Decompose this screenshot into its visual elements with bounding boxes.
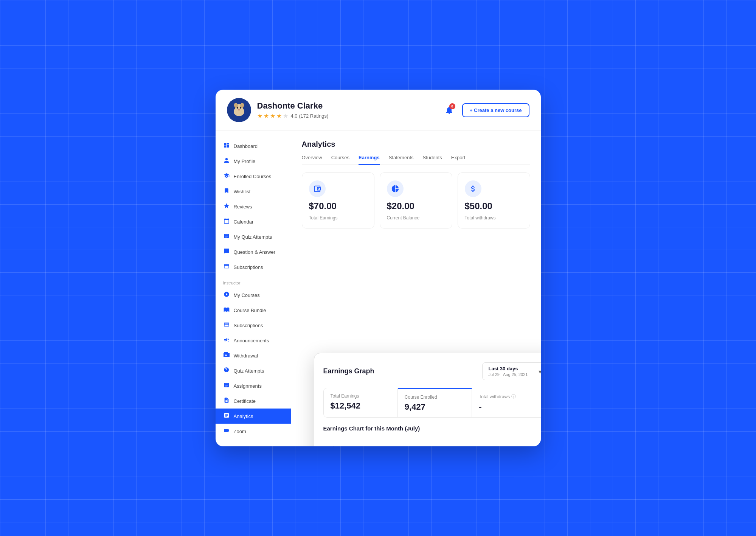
sidebar-item-zoom[interactable]: Zoom (216, 424, 291, 439)
tab-export[interactable]: Export (451, 155, 466, 165)
sidebar-item-withdrawal[interactable]: Withdrawal (216, 348, 291, 363)
sidebar-item-label: My Courses (234, 292, 260, 298)
sidebar-item-dashboard[interactable]: Dashboard (216, 138, 291, 154)
sidebar-item-label: Certificate (234, 398, 256, 404)
svg-point-8 (318, 188, 319, 190)
header-left: Dashonte Clarke ★ ★ ★ ★ ★ 4.0 (172 Ratin… (227, 98, 329, 122)
sidebar-item-subscriptions[interactable]: Subscriptions (216, 259, 291, 275)
metric-name: Total withdraws ⓘ (479, 393, 539, 400)
sidebar-item-my-profile[interactable]: My Profile (216, 154, 291, 169)
earnings-chart: 4 3 2 1 0 (323, 437, 541, 446)
sidebar-item-label: Course Bundle (234, 308, 266, 313)
stat-amount: $20.00 (387, 201, 445, 211)
balance-icon-circle (387, 180, 404, 197)
stat-card-earnings: $70.00 Total Earnings (302, 172, 374, 228)
star-3: ★ (270, 112, 275, 120)
metric-name: Course Enrolled (405, 395, 465, 400)
sidebar-item-calendar[interactable]: Calendar (216, 214, 291, 229)
sidebar-item-reviews[interactable]: Reviews (216, 199, 291, 214)
metric-course-enrolled[interactable]: Course Enrolled 9,427 (398, 388, 472, 417)
sidebar-item-label: Quiz Attempts (234, 368, 264, 374)
sidebar-item-quiz-attempts[interactable]: My Quiz Attempts (216, 229, 291, 244)
assignments-icon (223, 382, 230, 390)
sidebar-item-course-bundle[interactable]: Course Bundle (216, 303, 291, 318)
avatar (227, 98, 251, 122)
info-icon: ⓘ (511, 393, 516, 400)
wishlist-icon (223, 188, 230, 195)
metric-total-withdraws[interactable]: Total withdraws ⓘ - (472, 388, 540, 417)
chart-section-title: Earnings Chart for this Month (July) (323, 425, 541, 432)
sidebar-item-wishlist[interactable]: Wishlist (216, 184, 291, 199)
period-selector[interactable]: Last 30 days Jul 29 - Aug 25, 2021 ▾ (482, 362, 541, 380)
quiz-icon (223, 233, 230, 241)
tab-earnings[interactable]: Earnings (359, 155, 380, 165)
tab-overview[interactable]: Overview (302, 155, 322, 165)
chart-container: 4 3 2 1 0 (323, 437, 541, 446)
analytics-icon (223, 412, 230, 420)
sidebar-item-my-courses[interactable]: My Courses (216, 287, 291, 303)
sidebar-item-label: Analytics (234, 413, 253, 419)
main-card: Dashonte Clarke ★ ★ ★ ★ ★ 4.0 (172 Ratin… (216, 90, 541, 446)
graph-header: Earnings Graph Last 30 days Jul 29 - Aug… (323, 362, 541, 380)
enrolled-icon (223, 172, 230, 180)
user-name: Dashonte Clarke (257, 101, 329, 111)
svg-point-6 (240, 107, 241, 109)
quiz-attempts-icon (223, 367, 230, 374)
instructor-subscriptions-icon (223, 322, 230, 329)
rating-stars: ★ ★ ★ ★ ★ 4.0 (172 Ratings) (257, 112, 329, 120)
stat-label: Total withdraws (465, 215, 523, 221)
subscriptions-icon (223, 263, 230, 271)
svg-point-5 (237, 107, 238, 109)
sidebar-item-instructor-subscriptions[interactable]: Subscriptions (216, 318, 291, 333)
notification-button[interactable]: 8 (442, 103, 457, 118)
tab-students[interactable]: Students (423, 155, 442, 165)
profile-icon (223, 157, 230, 165)
sidebar-item-announcements[interactable]: Announcements (216, 333, 291, 348)
metric-name: Total Earnings (331, 393, 391, 399)
sidebar-item-label: Reviews (234, 204, 252, 210)
sidebar-item-analytics[interactable]: Analytics (216, 409, 291, 424)
sidebar-item-assignments[interactable]: Assignments (216, 378, 291, 393)
sidebar-item-label: Subscriptions (234, 323, 263, 328)
metric-total-earnings[interactable]: Total Earnings $12,542 (324, 388, 398, 417)
announcements-icon (223, 337, 230, 344)
metric-value: - (479, 402, 539, 412)
sidebar: Dashboard My Profile Enrolled Courses Wi… (216, 131, 291, 446)
sidebar-item-label: Calendar (234, 219, 254, 225)
sidebar-item-label: Withdrawal (234, 353, 258, 359)
sidebar-item-label: Enrolled Courses (234, 174, 272, 179)
stat-label: Total Earnings (309, 215, 367, 221)
star-4: ★ (276, 112, 282, 120)
wallet-icon (313, 185, 321, 193)
withdraws-icon-circle (465, 180, 481, 197)
course-bundle-icon (223, 306, 230, 314)
tab-statements[interactable]: Statements (389, 155, 414, 165)
create-course-button[interactable]: + Create a new course (462, 103, 529, 117)
tab-courses[interactable]: Courses (331, 155, 349, 165)
chart-pie-icon (391, 185, 399, 193)
graph-title: Earnings Graph (323, 367, 374, 375)
rating-text: 4.0 (172 Ratings) (291, 113, 329, 119)
calendar-icon (223, 218, 230, 225)
stats-row: $70.00 Total Earnings $20.00 Current Bal… (302, 172, 530, 228)
sidebar-item-enrolled-courses[interactable]: Enrolled Courses (216, 169, 291, 184)
zoom-icon (223, 427, 230, 435)
sidebar-item-qa[interactable]: Question & Answer (216, 244, 291, 259)
analytics-title: Analytics (302, 140, 530, 149)
stat-card-withdraws: $50.00 Total withdraws (458, 172, 530, 228)
my-courses-icon (223, 291, 230, 299)
reviews-icon (223, 203, 230, 210)
sidebar-item-label: Assignments (234, 383, 262, 389)
period-label: Last 30 days (489, 366, 518, 371)
sidebar-item-label: Zoom (234, 429, 246, 434)
withdrawal-icon (223, 352, 230, 359)
coins-icon (469, 185, 477, 193)
analytics-tabs: Overview Courses Earnings Statements Stu… (302, 155, 530, 165)
sidebar-item-label: Question & Answer (234, 249, 276, 255)
star-1: ★ (257, 112, 262, 120)
instructor-section-label: Instructor (216, 275, 291, 287)
sidebar-item-label: My Profile (234, 158, 256, 164)
notification-badge: 8 (449, 103, 455, 109)
sidebar-item-quiz-attempts-instructor[interactable]: Quiz Attempts (216, 363, 291, 378)
sidebar-item-certificate[interactable]: Certificate (216, 393, 291, 409)
